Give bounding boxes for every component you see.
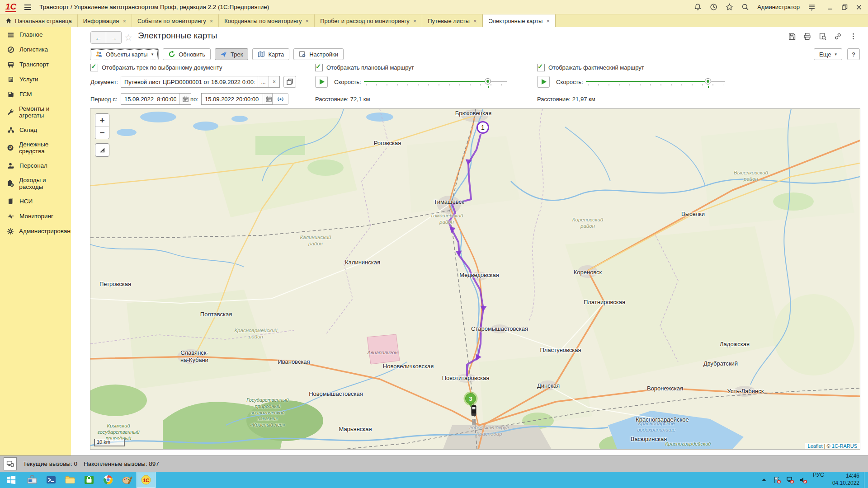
calls-monitor-icon[interactable]: [4, 457, 17, 470]
taskbar-app-paint[interactable]: [118, 472, 137, 488]
taskbar-app-chrome[interactable]: [99, 472, 118, 488]
tab-close-icon[interactable]: ×: [413, 18, 417, 24]
notifications-bell-icon[interactable]: [694, 3, 702, 11]
books-icon: [7, 197, 14, 205]
fact-play-button[interactable]: [537, 76, 550, 88]
action-center-flag-error-icon[interactable]: [773, 476, 781, 484]
toolbar-button-Объекты карты[interactable]: Объекты карты▾: [90, 48, 159, 60]
sidebar-item-Транспорт[interactable]: Транспорт: [0, 57, 71, 72]
period-to-input[interactable]: [202, 94, 263, 104]
print-preview-icon[interactable]: [819, 33, 826, 40]
favorites-star-icon[interactable]: [726, 3, 733, 11]
vehicle-truck-icon[interactable]: [472, 405, 476, 425]
tab-close-icon[interactable]: ×: [123, 18, 126, 24]
document-clear-button[interactable]: ×: [269, 76, 279, 87]
tab-Координаты по мониторингу[interactable]: Координаты по мониторингу×: [219, 14, 315, 27]
sidebar-item-НСИ[interactable]: НСИ: [0, 194, 71, 209]
sidebar-item-Главное[interactable]: Главное: [0, 27, 71, 42]
map-canvas[interactable]: 13 БрюховецкаяРоговскаяТимашевскТимашевс…: [90, 109, 860, 449]
tab-close-icon[interactable]: ×: [306, 18, 309, 24]
main-menu-icon[interactable]: [23, 3, 33, 12]
print-icon[interactable]: [803, 33, 811, 40]
tab-Информация[interactable]: Информация×: [78, 14, 132, 27]
sidebar-item-Склад[interactable]: Склад: [0, 122, 71, 137]
taskbar-app-onec[interactable]: 1С: [137, 472, 156, 488]
start-button[interactable]: [0, 472, 23, 488]
sidebar-item-Услуги[interactable]: Услуги: [0, 72, 71, 87]
taskbar-app-store[interactable]: [80, 472, 99, 488]
toolbar-button-Настройки[interactable]: Настройки: [293, 48, 344, 60]
monitoring-signal-button[interactable]: [272, 93, 288, 105]
windows-logo-icon: [6, 475, 16, 485]
tab-Пробег и расход по мониторингу[interactable]: Пробег и расход по мониторингу×: [315, 14, 422, 27]
sidebar-item-Мониторинг[interactable]: Мониторинг: [0, 209, 71, 224]
toolbar-button-Трек[interactable]: Трек: [215, 48, 248, 60]
document-input[interactable]: [121, 76, 258, 87]
period-from-field[interactable]: [121, 93, 191, 105]
sidebar-item-Персонал[interactable]: Персонал: [0, 158, 71, 173]
language-indicator[interactable]: РУС: [813, 472, 824, 488]
taskbar-clock[interactable]: 14:46 04.10.2022: [832, 472, 859, 488]
plan-speed-slider[interactable]: [364, 76, 507, 88]
show-fact-route-checkbox[interactable]: Отображать фактический маршрут: [537, 64, 644, 71]
leaflet-link[interactable]: Leaflet: [808, 443, 823, 449]
document-field[interactable]: ... ×: [121, 76, 280, 88]
nav-back-button[interactable]: ←: [90, 31, 106, 44]
show-plan-route-checkbox[interactable]: Отображать плановый маршрут: [315, 64, 414, 71]
tab-close-icon[interactable]: ×: [210, 18, 213, 24]
tab-Путевые листы[interactable]: Путевые листы×: [422, 14, 482, 27]
measure-tool-button[interactable]: [95, 143, 109, 157]
zoom-in-button[interactable]: +: [95, 114, 109, 126]
kebab-menu-icon[interactable]: [849, 33, 857, 40]
period-to-field[interactable]: [201, 93, 274, 105]
tab-События по мониторингу[interactable]: События по мониторингу×: [132, 14, 219, 27]
toolbar-button-Обновить[interactable]: Обновить: [163, 48, 211, 60]
add-favorite-star-icon[interactable]: ☆: [124, 32, 132, 43]
slider-thumb[interactable]: [485, 78, 491, 84]
network-error-icon[interactable]: [786, 476, 794, 484]
history-icon[interactable]: [710, 3, 717, 11]
calculator-icon: [7, 75, 14, 83]
search-icon[interactable]: [741, 3, 749, 11]
zoom-out-button[interactable]: −: [95, 126, 109, 139]
sidebar-item-Доходы и расходы[interactable]: ₽Доходы и расходы: [0, 173, 71, 194]
save-icon[interactable]: [788, 33, 796, 40]
toolbar-button-Карта[interactable]: Карта: [252, 48, 289, 60]
taskbar-app-explorer[interactable]: [61, 472, 80, 488]
sidebar-item-Логистика[interactable]: Логистика: [0, 42, 71, 57]
map-marker-1[interactable]: 1: [477, 122, 489, 133]
document-open-button[interactable]: [283, 76, 296, 88]
volume-error-icon[interactable]: [799, 476, 807, 484]
fact-speed-slider[interactable]: [586, 76, 725, 88]
taskbar-app-powershell[interactable]: [42, 472, 61, 488]
tab-Электронные карты[interactable]: Электронные карты×: [482, 14, 556, 28]
service-menu-icon[interactable]: [808, 3, 816, 11]
nav-forward-button[interactable]: →: [106, 31, 122, 44]
hidden-icons-caret-icon[interactable]: [760, 476, 768, 484]
taskbar-date: 04.10.2022: [832, 480, 859, 487]
tab-close-icon[interactable]: ×: [473, 18, 477, 24]
sidebar-item-Денежные средства[interactable]: ₽Денежные средства: [0, 137, 71, 158]
sidebar-item-ГСМ[interactable]: ГСМ: [0, 87, 71, 102]
restore-window-icon[interactable]: [841, 4, 848, 11]
slider-thumb[interactable]: [705, 78, 711, 84]
get-link-icon[interactable]: [834, 33, 842, 40]
minimize-icon[interactable]: [826, 4, 834, 11]
current-user[interactable]: Администратор: [757, 4, 800, 10]
calendar-icon[interactable]: [179, 94, 191, 104]
period-from-input[interactable]: [121, 94, 179, 104]
sidebar-item-Администрирование[interactable]: Администрирование: [0, 224, 71, 239]
help-button[interactable]: ?: [847, 48, 860, 60]
show-desktop-button[interactable]: [864, 472, 868, 488]
close-icon[interactable]: [855, 4, 863, 11]
show-track-checkbox[interactable]: Отображать трек по выбранному документу: [90, 64, 222, 71]
sidebar-item-Ремонты и агрегаты[interactable]: Ремонты и агрегаты: [0, 102, 71, 122]
taskbar-app-server-manager[interactable]: [23, 472, 42, 488]
tab-home[interactable]: Начальная страница: [0, 14, 78, 27]
plan-play-button[interactable]: [315, 76, 328, 88]
tab-close-icon[interactable]: ×: [546, 18, 550, 24]
document-choose-button[interactable]: ...: [258, 76, 269, 87]
more-button[interactable]: Еще▾: [814, 48, 842, 60]
provider-link[interactable]: 1C-RARUS: [832, 443, 857, 449]
play-icon: [320, 79, 325, 84]
